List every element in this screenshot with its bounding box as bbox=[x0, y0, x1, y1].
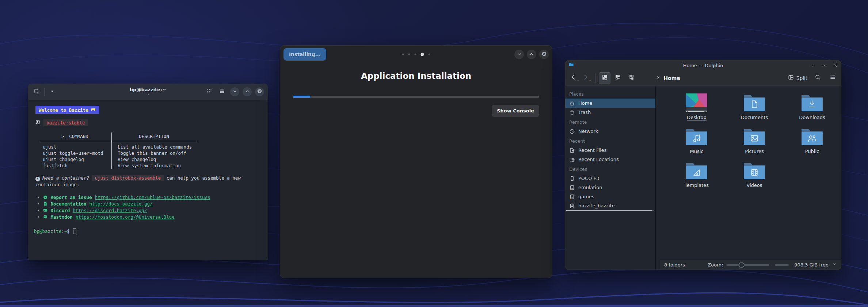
sidebar-item-poco-f3[interactable]: POCO F3 bbox=[565, 174, 655, 183]
folder-label: Desktop bbox=[687, 115, 707, 120]
split-button[interactable]: Split bbox=[788, 74, 807, 81]
status-bar: 8 folders Zoom: 908.3 GiB free bbox=[660, 260, 841, 270]
gamepad-icon bbox=[91, 107, 96, 113]
maximize-button[interactable] bbox=[243, 87, 252, 96]
minimize-button[interactable] bbox=[810, 63, 815, 68]
bullet-icon: • bbox=[37, 214, 40, 220]
zoom-slider[interactable] bbox=[726, 264, 769, 266]
bullet-icon: • bbox=[37, 201, 40, 207]
link-label: Discord bbox=[51, 207, 70, 214]
free-space-dropdown[interactable] bbox=[832, 262, 837, 268]
folder-label: Pictures bbox=[745, 149, 764, 154]
terminal-subtitle: ~ bbox=[130, 92, 166, 96]
container-hint: iNeed a container? ujust distrobox-assem… bbox=[35, 175, 263, 188]
sidebar-item-network[interactable]: Network bbox=[565, 127, 655, 136]
sidebar-item-emulation[interactable]: emulation bbox=[565, 183, 655, 192]
link-url[interactable]: https://github.com/ublue-os/bazzite/issu… bbox=[95, 194, 210, 200]
folder-icon bbox=[801, 126, 823, 146]
close-button[interactable] bbox=[833, 63, 838, 68]
minimize-button[interactable] bbox=[514, 50, 524, 59]
link-url[interactable]: https://discord.bazzite.gg/ bbox=[73, 207, 147, 214]
prompt-user: bp@bazzite bbox=[34, 229, 61, 234]
back-button[interactable]: ⌄ bbox=[569, 73, 581, 83]
new-tab-button[interactable] bbox=[32, 87, 41, 97]
command-cell: ujust bbox=[38, 144, 111, 150]
folder-item-music[interactable]: Music bbox=[668, 126, 726, 160]
page-title: Application Installation bbox=[280, 71, 552, 81]
page-dot-active[interactable] bbox=[421, 53, 424, 56]
sidebar-item-label: games bbox=[578, 194, 594, 199]
chevron-up-icon bbox=[245, 88, 250, 95]
close-button[interactable] bbox=[255, 87, 264, 96]
page-dot[interactable] bbox=[415, 54, 416, 55]
sidebar-item-trash[interactable]: Trash bbox=[565, 108, 655, 117]
sidebar-item-label: bazzite_bazzite bbox=[578, 203, 615, 208]
menu-button[interactable] bbox=[828, 73, 837, 83]
icons-view-button[interactable] bbox=[599, 72, 610, 84]
link-item: •Mastodonhttps://fosstodon.org/@Universa… bbox=[37, 214, 263, 220]
folder-label: Public bbox=[805, 149, 819, 154]
chevron-down-icon bbox=[232, 88, 237, 95]
maximize-button[interactable] bbox=[527, 50, 536, 59]
zoom-label: Zoom: bbox=[708, 262, 723, 268]
back-dropdown-caret: ⌄ bbox=[577, 78, 579, 82]
sidebar-item-label: Trash bbox=[578, 110, 591, 115]
folder-item-desktop[interactable]: Desktop bbox=[668, 92, 726, 126]
folder-item-public[interactable]: Public bbox=[783, 126, 841, 160]
folder-item-pictures[interactable]: Pictures bbox=[726, 126, 783, 160]
tab-overview-button[interactable] bbox=[205, 87, 214, 97]
installing-button[interactable]: Installing... bbox=[283, 48, 326, 61]
minimize-button[interactable] bbox=[230, 87, 239, 96]
sidebar-item-home[interactable]: Home bbox=[565, 99, 655, 108]
link-list: •Report an issuehttps://github.com/ublue… bbox=[37, 194, 263, 220]
hint-code: ujust distrobox-assemble bbox=[92, 175, 164, 181]
zoom-slider-handle[interactable] bbox=[739, 262, 744, 268]
description-cell: View system information bbox=[111, 162, 196, 169]
sidebar-item-bazzite-bazzite[interactable]: bazzite_bazzite bbox=[565, 201, 655, 210]
dolphin-titlebar: Home — Dolphin bbox=[565, 60, 841, 70]
command-cell: fastfetch bbox=[38, 162, 111, 169]
page-dot[interactable] bbox=[402, 54, 404, 55]
close-button[interactable] bbox=[539, 50, 549, 59]
breadcrumb-home[interactable]: Home bbox=[663, 75, 680, 81]
forward-dropdown-caret: ⌄ bbox=[589, 78, 591, 82]
tab-dropdown-button[interactable] bbox=[47, 87, 57, 97]
forward-button[interactable]: ⌄ bbox=[581, 73, 593, 83]
desktop-preview-icon bbox=[686, 92, 707, 112]
main-menu-button[interactable] bbox=[217, 87, 227, 97]
maximize-button[interactable] bbox=[821, 63, 826, 68]
sidebar-item-recent-locations[interactable]: Recent Locations bbox=[565, 155, 655, 164]
sidebar-item-games[interactable]: games bbox=[565, 192, 655, 201]
places-panel: PlacesHomeTrashRemoteNetworkRecentRecent… bbox=[565, 87, 656, 270]
folder-view: DesktopDocumentsDownloadsMusicPicturesPu… bbox=[656, 87, 841, 270]
page-dot[interactable] bbox=[429, 54, 430, 55]
folder-item-downloads[interactable]: Downloads bbox=[783, 92, 841, 126]
drive-icon bbox=[569, 185, 575, 191]
show-console-button[interactable]: Show Console bbox=[492, 105, 539, 117]
breadcrumb[interactable]: Home bbox=[656, 74, 680, 81]
folder-label: Downloads bbox=[799, 115, 825, 120]
close-icon bbox=[833, 63, 838, 68]
details-view-button[interactable] bbox=[612, 72, 624, 84]
link-url[interactable]: http://docs.bazzite.gg/ bbox=[89, 201, 152, 207]
sidebar-item-label: Recent Locations bbox=[578, 157, 619, 162]
folder-item-templates[interactable]: Templates bbox=[668, 160, 726, 194]
terminal-cursor[interactable] bbox=[73, 229, 76, 234]
folder-item-documents[interactable]: Documents bbox=[726, 92, 783, 126]
command-table-header: >_ COMMAND bbox=[38, 133, 111, 141]
page-dot[interactable] bbox=[408, 54, 410, 55]
grid-icon bbox=[206, 88, 212, 96]
shell-prompt: bp@bazzite:~$ bbox=[34, 228, 263, 234]
close-icon bbox=[257, 88, 262, 95]
sidebar-item-label: Recent Files bbox=[578, 147, 607, 153]
search-button[interactable] bbox=[813, 73, 822, 83]
tree-view-button[interactable] bbox=[625, 72, 637, 84]
recent-locations-icon bbox=[569, 157, 575, 162]
folder-app-icon bbox=[568, 62, 574, 69]
sidebar-item-recent-files[interactable]: Recent Files bbox=[565, 146, 655, 155]
link-url[interactable]: https://fosstodon.org/@UniversalBlue bbox=[76, 214, 175, 220]
maximize-icon bbox=[821, 63, 826, 68]
folder-item-videos[interactable]: Videos bbox=[726, 160, 783, 194]
link-label: Report an issue bbox=[51, 194, 92, 200]
page-indicator-dots bbox=[402, 53, 430, 56]
